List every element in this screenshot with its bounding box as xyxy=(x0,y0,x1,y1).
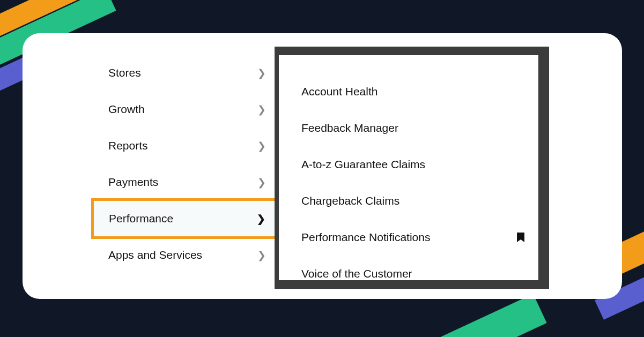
chevron-right-icon: ❯ xyxy=(257,250,266,260)
decorative-stripe xyxy=(387,294,546,337)
chevron-right-icon: ❯ xyxy=(257,214,265,224)
main-nav-menu: Stores ❯ Growth ❯ Reports ❯ Payments ❯ P… xyxy=(93,55,281,273)
submenu-item-performance-notifications[interactable]: Performance Notifications xyxy=(301,219,524,256)
bookmark-icon xyxy=(517,233,524,242)
nav-item-label: Stores xyxy=(108,66,141,79)
nav-item-growth[interactable]: Growth ❯ xyxy=(93,91,281,128)
submenu-item-label: Voice of the Customer xyxy=(301,267,412,280)
chevron-right-icon: ❯ xyxy=(257,177,266,188)
submenu-panel: Account Health Feedback Manager A-to-z G… xyxy=(279,55,538,280)
submenu-item-guarantee-claims[interactable]: A-to-z Guarantee Claims xyxy=(301,146,524,183)
submenu-item-label: Performance Notifications xyxy=(301,231,430,244)
submenu-item-label: Chargeback Claims xyxy=(301,194,399,207)
nav-item-apps-services[interactable]: Apps and Services ❯ xyxy=(93,237,281,273)
submenu-item-label: A-to-z Guarantee Claims xyxy=(301,158,425,171)
nav-item-label: Performance xyxy=(109,212,173,225)
nav-item-label: Apps and Services xyxy=(108,249,202,261)
submenu-item-account-health[interactable]: Account Health xyxy=(301,73,524,110)
chevron-right-icon: ❯ xyxy=(257,141,266,151)
nav-item-label: Reports xyxy=(108,139,148,152)
nav-item-stores[interactable]: Stores ❯ xyxy=(93,55,281,91)
submenu-item-chargeback-claims[interactable]: Chargeback Claims xyxy=(301,183,524,219)
submenu-item-voice-of-customer[interactable]: Voice of the Customer xyxy=(301,256,524,292)
chevron-right-icon: ❯ xyxy=(257,68,266,78)
submenu-item-label: Feedback Manager xyxy=(301,122,398,134)
submenu-item-feedback-manager[interactable]: Feedback Manager xyxy=(301,110,524,146)
submenu-item-label: Account Health xyxy=(301,85,377,98)
nav-item-performance[interactable]: Performance ❯ xyxy=(91,198,283,239)
chevron-right-icon: ❯ xyxy=(257,104,266,115)
nav-item-reports[interactable]: Reports ❯ xyxy=(93,128,281,164)
submenu-flyout: Account Health Feedback Manager A-to-z G… xyxy=(275,47,549,289)
nav-item-payments[interactable]: Payments ❯ xyxy=(93,164,281,200)
screenshot-card: Stores ❯ Growth ❯ Reports ❯ Payments ❯ P… xyxy=(23,33,622,299)
nav-item-label: Payments xyxy=(108,176,158,189)
nav-item-label: Growth xyxy=(108,103,145,116)
